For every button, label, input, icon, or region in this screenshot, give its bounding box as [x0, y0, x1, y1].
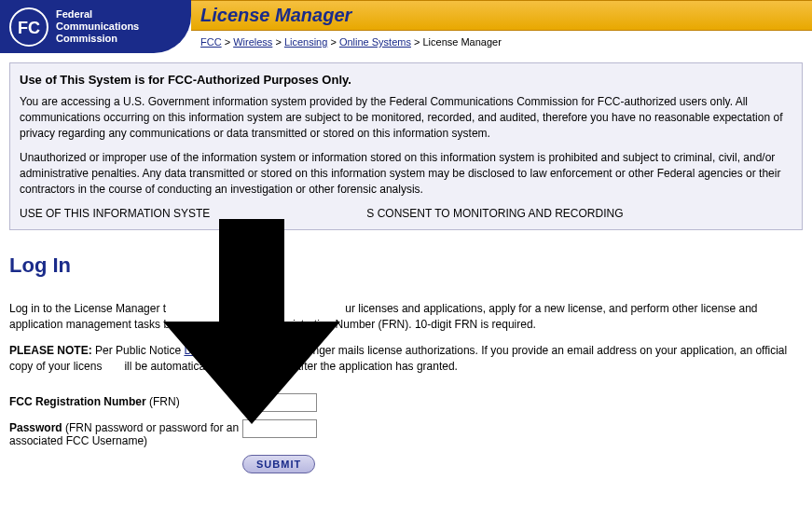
- system-use-notice: Use of This System is for FCC-Authorized…: [9, 62, 803, 230]
- public-notice-link[interactable]: DA 1: [184, 344, 208, 357]
- notice-heading: Use of This System is for FCC-Authorized…: [20, 73, 792, 87]
- frn-input[interactable]: [242, 393, 317, 412]
- password-row: Password (FRN password or password for a…: [9, 419, 803, 447]
- breadcrumb: FCC > Wireless > Licensing > Online Syst…: [191, 31, 812, 53]
- org-name: Federal Communications Commission: [56, 8, 139, 45]
- breadcrumb-licensing[interactable]: Licensing: [284, 36, 327, 48]
- please-note: PLEASE NOTE: Per Public Notice DA 1XXXXX…: [9, 343, 803, 375]
- login-intro: Log in to the License Manager tXXXXXXXXX…: [9, 301, 803, 333]
- title-bar: License Manager: [191, 0, 812, 31]
- notice-paragraph-2: Unauthorized or improper use of the info…: [20, 150, 792, 197]
- breadcrumb-online-systems[interactable]: Online Systems: [339, 36, 411, 48]
- login-heading: Log In: [9, 254, 803, 278]
- consent-line: USE OF THIS INFORMATION SYSTEXXXXXXXXXXX…: [20, 207, 792, 220]
- breadcrumb-fcc[interactable]: FCC: [200, 36, 222, 48]
- page-title: License Manager: [200, 5, 803, 26]
- breadcrumb-wireless[interactable]: Wireless: [233, 36, 272, 48]
- fcc-logo-icon: FC: [9, 7, 48, 47]
- notice-paragraph-1: You are accessing a U.S. Government info…: [20, 94, 792, 141]
- submit-button[interactable]: SUBMIT: [242, 455, 315, 473]
- breadcrumb-current: License Manager: [422, 36, 501, 48]
- fcc-logo-block: FC Federal Communications Commission: [0, 0, 191, 53]
- frn-label: FCC Registration Number (FRN): [9, 393, 242, 408]
- password-input[interactable]: [242, 419, 317, 438]
- frn-row: FCC Registration Number (FRN): [9, 393, 803, 412]
- page-header: FC Federal Communications Commission Lic…: [0, 0, 812, 53]
- password-label: Password (FRN password or password for a…: [9, 419, 242, 447]
- svg-text:FC: FC: [18, 19, 40, 37]
